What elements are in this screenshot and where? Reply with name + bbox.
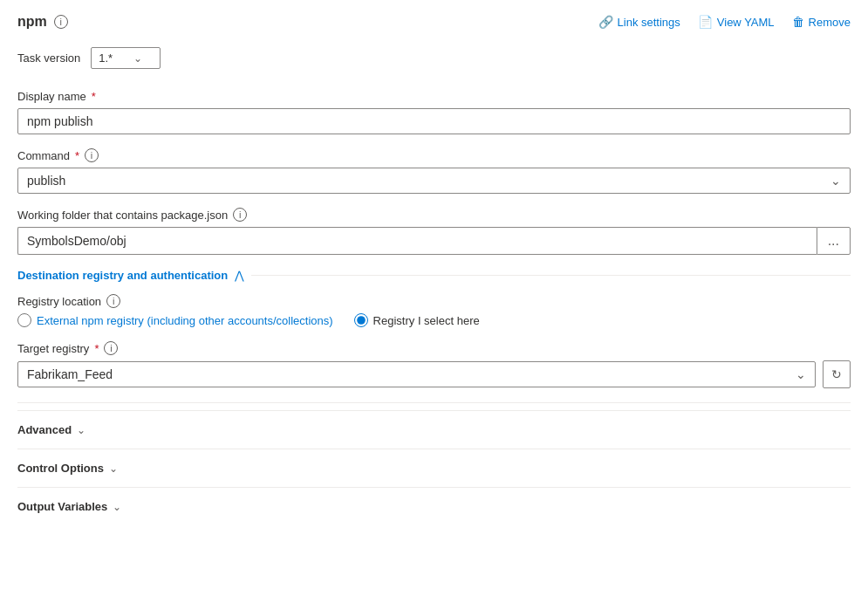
header-left: npm i: [17, 14, 68, 30]
control-options-section: Control Options ⌄: [17, 449, 851, 487]
view-yaml-button[interactable]: 📄 View YAML: [698, 15, 775, 29]
destination-section-title: Destination registry and authentication: [17, 269, 228, 282]
command-required: *: [75, 149, 79, 162]
command-info-icon[interactable]: i: [85, 148, 99, 162]
control-options-chevron: ⌄: [109, 462, 118, 475]
registry-location-info-icon[interactable]: i: [106, 294, 120, 308]
display-name-label: Display name: [17, 90, 86, 103]
command-group: Command * i publish ⌄: [17, 148, 851, 194]
link-icon: 🔗: [598, 15, 613, 29]
target-registry-select-wrapper: Fabrikam_Feed ⌄: [17, 361, 816, 387]
advanced-header[interactable]: Advanced ⌄: [17, 423, 851, 436]
target-registry-label: Target registry: [17, 342, 89, 355]
output-variables-section: Output Variables ⌄: [17, 487, 851, 525]
working-folder-input[interactable]: [17, 227, 817, 255]
target-registry-refresh-button[interactable]: ↻: [823, 360, 851, 388]
trash-icon: 🗑: [792, 15, 804, 29]
select-here-radio[interactable]: [354, 313, 368, 327]
display-name-group: Display name *: [17, 90, 851, 134]
output-variables-title: Output Variables: [17, 500, 107, 513]
remove-button[interactable]: 🗑 Remove: [792, 15, 851, 29]
registry-location-group: Registry location i External npm registr…: [17, 294, 851, 327]
link-settings-label: Link settings: [618, 16, 680, 29]
target-registry-label-row: Target registry * i: [17, 341, 851, 355]
display-name-label-row: Display name *: [17, 90, 851, 103]
yaml-icon: 📄: [698, 15, 713, 29]
npm-info-icon[interactable]: i: [54, 15, 68, 29]
select-here-label: Registry I select here: [373, 314, 480, 327]
command-label-row: Command * i: [17, 148, 851, 162]
working-folder-ellipsis-button[interactable]: ...: [817, 227, 851, 255]
destination-section-line: [251, 275, 851, 276]
select-here-option[interactable]: Registry I select here: [354, 313, 480, 327]
output-variables-chevron: ⌄: [113, 501, 121, 513]
task-version-value: 1.*: [99, 51, 113, 65]
command-select-wrapper: publish ⌄: [17, 168, 851, 194]
command-select-value[interactable]: publish: [18, 168, 822, 193]
external-registry-radio[interactable]: [17, 313, 31, 327]
target-registry-group: Target registry * i Fabrikam_Feed ⌄ ↻: [17, 341, 851, 388]
registry-location-label-row: Registry location i: [17, 294, 851, 308]
output-variables-header[interactable]: Output Variables ⌄: [17, 500, 851, 513]
command-select-chevron: ⌄: [822, 168, 850, 193]
page-title: npm: [17, 14, 47, 30]
target-registry-select-value[interactable]: Fabrikam_Feed: [18, 362, 787, 387]
advanced-section: Advanced ⌄: [17, 410, 851, 449]
advanced-chevron: ⌄: [77, 424, 85, 436]
advanced-title: Advanced: [17, 423, 72, 436]
target-registry-required: *: [94, 342, 99, 355]
target-registry-info-icon[interactable]: i: [104, 341, 118, 355]
external-registry-label: External npm registry (including other a…: [37, 314, 333, 327]
link-settings-button[interactable]: 🔗 Link settings: [598, 15, 680, 29]
external-registry-option[interactable]: External npm registry (including other a…: [17, 313, 333, 327]
control-options-title: Control Options: [17, 462, 104, 475]
task-version-chevron: ⌄: [133, 52, 142, 65]
working-folder-group: Working folder that contains package.jso…: [17, 208, 851, 255]
working-folder-input-group: ...: [17, 227, 851, 255]
task-version-label: Task version: [17, 51, 80, 65]
working-folder-label: Working folder that contains package.jso…: [17, 209, 228, 222]
display-name-required: *: [92, 90, 96, 103]
view-yaml-label: View YAML: [717, 16, 775, 29]
registry-location-radio-group: External npm registry (including other a…: [17, 313, 851, 327]
working-folder-info-icon[interactable]: i: [233, 208, 247, 222]
page-header: npm i 🔗 Link settings 📄 View YAML 🗑 Remo…: [17, 14, 851, 30]
working-folder-label-row: Working folder that contains package.jso…: [17, 208, 851, 222]
advanced-divider: [17, 402, 851, 403]
display-name-input[interactable]: [17, 108, 851, 134]
registry-location-label: Registry location: [17, 295, 101, 308]
command-label: Command: [17, 149, 70, 162]
target-registry-chevron: ⌄: [787, 362, 815, 387]
task-version-row: Task version 1.* ⌄: [17, 47, 851, 69]
header-actions: 🔗 Link settings 📄 View YAML 🗑 Remove: [598, 15, 851, 29]
remove-label: Remove: [809, 16, 851, 29]
destination-section-header: Destination registry and authentication …: [17, 269, 851, 282]
control-options-header[interactable]: Control Options ⌄: [17, 462, 851, 475]
task-version-select[interactable]: 1.* ⌄: [91, 47, 161, 69]
target-registry-row: Fabrikam_Feed ⌄ ↻: [17, 360, 851, 388]
destination-section-chevron[interactable]: ⋀: [235, 269, 244, 282]
